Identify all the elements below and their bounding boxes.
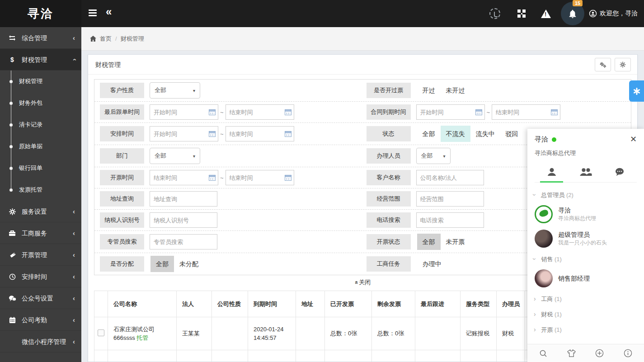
group-super-admins[interactable]: › 总管理员 (2) — [527, 187, 644, 202]
tab-contacts[interactable] — [535, 164, 569, 182]
business-scope-input[interactable] — [416, 191, 484, 207]
clock-icon — [7, 266, 17, 287]
last-follow-start-date — [150, 104, 218, 120]
app-logo: 寻洽 — [0, 0, 81, 27]
group-finance[interactable]: › 财税 (1) — [527, 306, 644, 321]
arrows-swap-icon — [7, 27, 17, 49]
contact-item[interactable]: 销售部经理 — [527, 266, 644, 291]
submenu-item-finance-tax[interactable]: 财税管理 — [0, 71, 81, 92]
filter-label-invoice-time: 开票时间 — [100, 170, 144, 185]
close-icon[interactable]: ✕ — [630, 134, 637, 144]
option-invoiced[interactable]: 开过 — [417, 82, 441, 99]
calendar-icon[interactable] — [209, 175, 216, 181]
collapse-sidebar-icon[interactable]: « — [106, 5, 112, 18]
bell-icon — [568, 9, 578, 20]
contact-item[interactable]: 寻洽 寻洽商标总代理 — [527, 202, 644, 226]
col-company-name: 公司名称 — [108, 291, 177, 317]
invoice-status-option-none[interactable]: 未开票 — [441, 234, 470, 250]
warning-icon[interactable] — [541, 9, 551, 18]
contact-item[interactable]: 超级管理员 我是一只小小的石头 — [527, 226, 644, 251]
panel-header: 财税管理 — [88, 55, 637, 75]
status-option-all[interactable]: 全部 — [417, 126, 441, 142]
department-select[interactable]: 全部 ▾ — [150, 148, 200, 164]
submenu-item-finance-outsourcing[interactable]: 财务外包 — [0, 92, 81, 114]
customer-nature-select[interactable]: 全部 ▾ — [150, 82, 200, 99]
sidebar-item-general-management[interactable]: 综合管理 ‹ — [0, 27, 81, 49]
sidebar-item-wechat-miniprogram[interactable]: 微信小程序管理 ‹ — [0, 331, 81, 353]
status-option-rejected[interactable]: 驳回 — [500, 126, 524, 142]
business-task-option-processing[interactable]: 办理中 — [417, 256, 447, 272]
chat-tabs — [535, 164, 637, 183]
sidebar-item-finance-tax[interactable]: $ 财税管理 ‹ — [0, 49, 81, 71]
filter-label-handler-staff: 办理人员 — [367, 148, 411, 164]
supervisor-search-input[interactable] — [150, 234, 217, 249]
hosting-tag: 托管 — [136, 334, 148, 341]
breadcrumb-home[interactable]: 首页 — [100, 35, 112, 43]
schedule-start-date — [150, 126, 218, 141]
group-business[interactable]: › 工商 (1) — [527, 291, 644, 306]
tab-messages[interactable] — [603, 164, 637, 182]
filter-label-taxpayer-id: 纳税人识别号 — [100, 212, 144, 228]
filter-label-customer-nature: 客户性质 — [100, 83, 144, 98]
schedule-end-date — [226, 126, 294, 141]
menu-toggle-icon[interactable] — [89, 9, 97, 17]
add-icon[interactable] — [595, 349, 604, 357]
spinner-icon[interactable] — [489, 8, 500, 19]
group-invoicing[interactable]: › 开票 (1) — [527, 321, 644, 337]
dollar-icon: $ — [7, 49, 17, 71]
finance-tax-submenu: 财税管理 财务外包 清卡记录 原始单据 银行回单 发票托管 — [0, 71, 81, 201]
invoice-status-option-all[interactable]: 全部 — [417, 234, 441, 250]
group-sales[interactable]: › 销售 (1) — [527, 251, 644, 266]
calendar-icon — [7, 309, 17, 331]
asterisk-icon — [633, 88, 640, 95]
user-menu[interactable]: 欢迎您，寻洽 — [589, 9, 638, 18]
sidebar-item-official-account[interactable]: 公众号设置 ‹ — [0, 287, 81, 309]
submenu-item-invoice-hosting[interactable]: 发票托管 — [0, 179, 81, 201]
info-icon[interactable] — [624, 349, 632, 357]
taxpayer-id-input[interactable] — [150, 212, 217, 228]
sidebar-item-business-services[interactable]: 工商服务 ‹ — [0, 222, 81, 244]
qr-code-icon[interactable] — [517, 9, 526, 18]
option-not-invoiced[interactable]: 未开过 — [441, 82, 470, 99]
submenu-item-original-documents[interactable]: 原始单据 — [0, 136, 81, 157]
calendar-icon[interactable] — [475, 109, 482, 115]
filter-label-phone-search: 电话搜索 — [367, 212, 411, 228]
calendar-icon[interactable] — [285, 131, 291, 137]
sidebar-item-attendance[interactable]: 公司考勤 ‹ — [0, 309, 81, 331]
tab-groups[interactable] — [569, 164, 602, 182]
calendar-icon[interactable] — [209, 109, 216, 115]
cogs-button[interactable] — [595, 58, 611, 71]
calendar-icon[interactable] — [209, 131, 216, 137]
gear-icon — [620, 61, 626, 68]
chat-header: 寻洽 ✕ 寻洽商标总代理 — [527, 129, 644, 183]
quick-settings-button[interactable] — [629, 80, 644, 102]
settings-button[interactable] — [615, 58, 631, 71]
submenu-item-card-clearing[interactable]: 清卡记录 — [0, 114, 81, 136]
assigned-option-unassigned[interactable]: 未分配 — [174, 256, 204, 272]
address-search-input[interactable] — [150, 191, 217, 207]
search-icon[interactable] — [539, 349, 547, 357]
chevron-left-icon: ‹ — [73, 201, 75, 222]
phone-search-input[interactable] — [416, 212, 484, 228]
cell-address — [296, 317, 325, 350]
calendar-icon[interactable] — [285, 175, 291, 181]
customer-name-input[interactable] — [416, 170, 484, 185]
assigned-option-all[interactable]: 全部 — [150, 256, 174, 272]
filter-label-customer-name: 客户名称 — [367, 170, 411, 185]
cogs-icon — [599, 62, 606, 68]
calendar-icon[interactable] — [285, 109, 291, 115]
shirt-icon[interactable] — [567, 349, 576, 357]
status-option-not-lost[interactable]: 不流失 — [441, 126, 470, 142]
row-checkbox[interactable] — [98, 329, 104, 336]
person-icon — [547, 167, 557, 176]
notifications-button[interactable]: 15 — [561, 2, 584, 25]
calendar-icon[interactable] — [551, 109, 558, 115]
handler-select[interactable]: 全部 ▾ — [416, 148, 451, 164]
sidebar-item-schedule-time[interactable]: 安排时间 ‹ — [0, 266, 81, 287]
status-option-losing[interactable]: 流失中 — [470, 126, 500, 142]
people-icon — [579, 167, 592, 176]
sidebar-item-service-settings[interactable]: 服务设置 ‹ — [0, 201, 81, 222]
sidebar-item-invoicing-management[interactable]: 开票管理 ‹ — [0, 244, 81, 266]
sidebar: 综合管理 ‹ $ 财税管理 ‹ 财税管理 财务外包 清卡记录 原始单据 银行回单… — [0, 27, 81, 362]
submenu-item-bank-receipts[interactable]: 银行回单 — [0, 157, 81, 179]
